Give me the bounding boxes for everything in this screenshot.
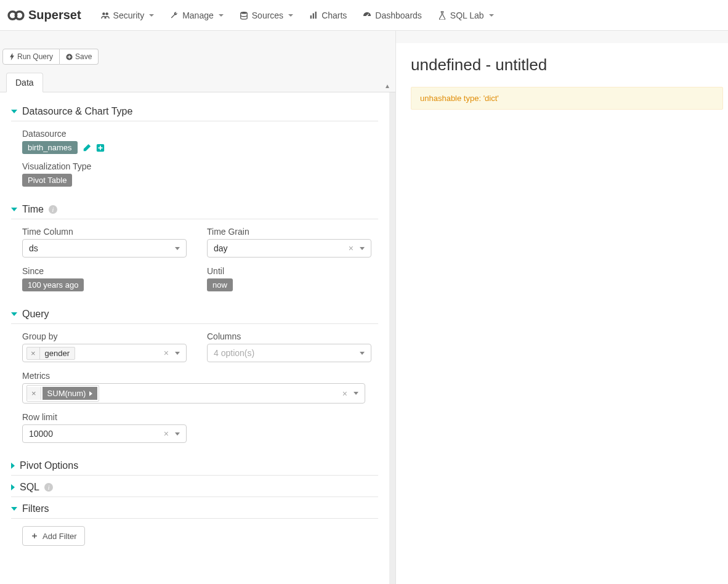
- nav-charts[interactable]: Charts: [302, 6, 354, 25]
- datasource-value[interactable]: birth_names: [22, 141, 78, 154]
- chevron-down-icon: [288, 14, 293, 17]
- nav-menu: Security Manage Sources Charts Dashboard…: [94, 6, 501, 25]
- superset-logo-icon: [7, 10, 25, 21]
- nav-security[interactable]: Security: [94, 6, 162, 25]
- plus-square-icon: [96, 144, 105, 152]
- caret-right-icon: [89, 391, 92, 396]
- run-query-button[interactable]: Run Query: [2, 49, 60, 65]
- clear-icon[interactable]: ×: [164, 429, 169, 439]
- until-value[interactable]: now: [207, 278, 233, 291]
- chart-panel: undefined - untitled unhashable type: 'd…: [396, 43, 728, 584]
- caret-down-icon: [11, 312, 17, 316]
- add-filter-button[interactable]: ＋ Add Filter: [22, 526, 85, 546]
- chevron-down-icon: [354, 392, 358, 395]
- section-filters-header[interactable]: Filters: [11, 497, 378, 519]
- brand[interactable]: Superset: [7, 8, 81, 22]
- section-datasource: Datasource & Chart Type Datasource birth…: [11, 100, 378, 198]
- time-column-select[interactable]: ds: [22, 239, 187, 258]
- clear-icon[interactable]: ×: [342, 389, 347, 399]
- datasource-label: Datasource: [22, 129, 378, 139]
- nav-sources-label: Sources: [252, 10, 283, 20]
- controls-scroll[interactable]: Datasource & Chart Type Datasource birth…: [0, 92, 395, 584]
- plus-icon: ＋: [30, 530, 39, 541]
- nav-manage-label: Manage: [182, 10, 214, 20]
- caret-down-icon: [11, 208, 17, 211]
- section-datasource-title: Datasource & Chart Type: [22, 106, 132, 117]
- save-button[interactable]: Save: [60, 49, 99, 65]
- time-column-value: ds: [26, 242, 172, 254]
- groupby-tag: × gender: [26, 347, 75, 360]
- until-label: Until: [207, 266, 378, 276]
- brand-text: Superset: [28, 8, 81, 22]
- nav-sources[interactable]: Sources: [232, 6, 301, 25]
- rowlimit-label: Row limit: [22, 412, 378, 422]
- tab-scroll-caret[interactable]: ▲: [379, 80, 395, 92]
- time-column-label: Time Column: [22, 227, 193, 237]
- section-pivot: Pivot Options: [11, 454, 378, 476]
- chevron-down-icon: [219, 14, 224, 17]
- groupby-select[interactable]: × gender ×: [22, 344, 187, 362]
- flask-icon: [438, 11, 447, 20]
- nav-sqllab[interactable]: SQL Lab: [431, 6, 501, 25]
- nav-sqllab-label: SQL Lab: [450, 10, 484, 20]
- info-icon[interactable]: i: [49, 205, 57, 214]
- plus-circle-icon: [66, 54, 73, 60]
- section-sql: SQL i: [11, 476, 378, 497]
- section-query-title: Query: [22, 309, 49, 320]
- users-icon: [101, 11, 110, 20]
- time-grain-select[interactable]: day ×: [207, 239, 371, 258]
- groupby-label: Group by: [22, 331, 193, 341]
- clear-icon[interactable]: ×: [164, 348, 169, 358]
- section-time-title: Time: [22, 204, 44, 215]
- caret-right-icon: [11, 484, 15, 490]
- wrench-icon: [170, 11, 179, 20]
- remove-metric-button[interactable]: ×: [27, 387, 41, 400]
- nav-security-label: Security: [113, 10, 145, 20]
- main: Run Query Save Data ▲ Datasource & Chart…: [0, 31, 728, 584]
- rowlimit-select[interactable]: 10000 ×: [22, 424, 187, 443]
- section-time-header[interactable]: Time i: [11, 198, 378, 219]
- clear-icon[interactable]: ×: [349, 243, 354, 253]
- nav-dashboards-label: Dashboards: [375, 10, 422, 20]
- caret-down-icon: [11, 507, 17, 511]
- tab-data[interactable]: Data: [6, 73, 43, 92]
- nav-manage[interactable]: Manage: [163, 6, 231, 25]
- svg-point-2: [102, 12, 105, 15]
- error-alert: unhashable type: 'dict': [411, 87, 723, 110]
- svg-rect-7: [315, 11, 317, 18]
- edit-datasource-button[interactable]: [83, 144, 91, 152]
- groupby-tag-label: gender: [40, 347, 75, 359]
- metrics-select[interactable]: × SUM(num) ×: [22, 383, 365, 404]
- columns-select[interactable]: 4 option(s): [207, 344, 371, 362]
- section-datasource-header[interactable]: Datasource & Chart Type: [11, 100, 378, 121]
- chevron-down-icon: [175, 352, 180, 355]
- section-sql-header[interactable]: SQL i: [11, 476, 378, 497]
- chevron-down-icon: [175, 432, 180, 436]
- dashboard-icon: [363, 11, 371, 20]
- chevron-down-icon: [175, 247, 180, 250]
- nav-charts-label: Charts: [322, 10, 347, 20]
- since-value[interactable]: 100 years ago: [22, 278, 84, 291]
- pencil-icon: [83, 144, 91, 152]
- svg-point-3: [105, 12, 108, 15]
- section-filters-title: Filters: [22, 503, 49, 514]
- svg-rect-6: [313, 13, 314, 18]
- since-label: Since: [22, 266, 193, 276]
- database-icon: [240, 11, 248, 20]
- info-icon[interactable]: i: [44, 483, 53, 492]
- tabs: Data ▲: [0, 67, 395, 92]
- section-pivot-header[interactable]: Pivot Options: [11, 454, 378, 476]
- remove-tag-button[interactable]: ×: [27, 347, 40, 359]
- nav-dashboards[interactable]: Dashboards: [355, 6, 429, 25]
- add-datasource-button[interactable]: [96, 144, 105, 152]
- columns-label: Columns: [207, 331, 378, 341]
- chart-title[interactable]: undefined - untitled: [411, 55, 728, 75]
- viz-type-value[interactable]: Pivot Table: [22, 174, 72, 187]
- section-filters: Filters ＋ Add Filter: [11, 497, 378, 557]
- metrics-label: Metrics: [22, 371, 378, 381]
- metric-pill[interactable]: SUM(num): [42, 387, 98, 400]
- time-grain-value: day: [211, 242, 349, 254]
- section-sql-title: SQL: [20, 482, 39, 493]
- section-query-header[interactable]: Query: [11, 302, 378, 324]
- chevron-down-icon: [489, 14, 494, 17]
